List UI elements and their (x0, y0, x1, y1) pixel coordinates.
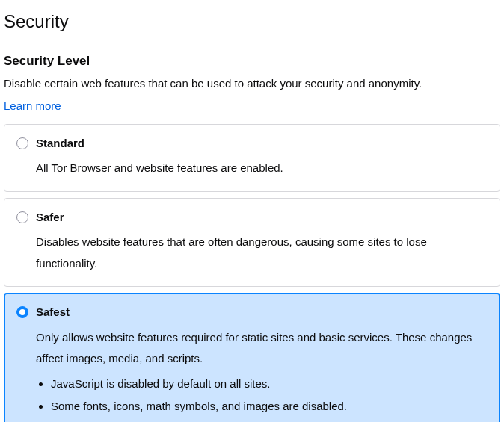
security-option-safer[interactable]: Safer Disables website features that are… (4, 198, 500, 288)
option-title-standard: Standard (36, 135, 84, 152)
security-option-safest[interactable]: Safest Only allows website features requ… (4, 293, 500, 422)
bullet-item: JavaScript is disabled by default on all… (51, 373, 488, 395)
option-title-safer: Safer (36, 209, 64, 226)
option-header-safer[interactable]: Safer (16, 209, 488, 226)
learn-more-link[interactable]: Learn more (4, 98, 61, 115)
section-heading: Security Level (4, 52, 500, 71)
option-desc-standard: All Tor Browser and website features are… (36, 158, 488, 179)
bullet-item: Some fonts, icons, math symbols, and ima… (51, 395, 488, 418)
option-desc-safer: Disables website features that are often… (36, 232, 488, 274)
radio-safer[interactable] (16, 211, 28, 223)
option-title-safest: Safest (36, 304, 70, 321)
option-header-safest[interactable]: Safest (16, 304, 488, 321)
section-subtitle: Disable certain web features that can be… (4, 75, 500, 93)
option-bullets-safest: JavaScript is disabled by default on all… (36, 373, 488, 423)
radio-safest[interactable] (16, 306, 28, 318)
page-title: Security (4, 8, 500, 35)
bullet-item: Audio and video (HTML5 media), and WebGL… (51, 418, 488, 423)
security-option-standard[interactable]: Standard All Tor Browser and website fea… (4, 124, 500, 192)
radio-standard[interactable] (16, 137, 28, 149)
option-desc-safest: Only allows website features required fo… (36, 327, 488, 370)
option-header-standard[interactable]: Standard (16, 135, 488, 152)
